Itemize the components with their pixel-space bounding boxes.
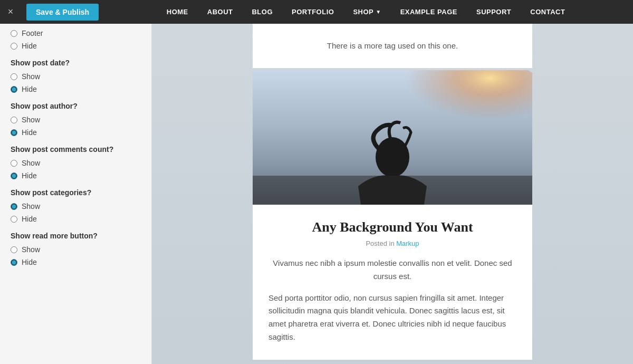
show-post-comments-section: Show post comments count? Show Hide [11, 145, 141, 180]
nav-support[interactable]: SUPPORT [467, 0, 521, 24]
post-author-show-label: Show [22, 116, 40, 124]
chevron-down-icon: ▼ [376, 9, 381, 15]
footer-label: Footer [22, 29, 43, 37]
read-more-show-option[interactable]: Show [11, 245, 141, 254]
footer-radio[interactable] [11, 30, 17, 37]
post-date-show-label: Show [22, 72, 40, 81]
more-tag-text: There is a more tag used on this one. [268, 40, 516, 52]
post-meta: Posted in Markup [268, 240, 516, 247]
nav-portfolio[interactable]: PORTFOLIO [282, 0, 343, 24]
post-date-show-radio[interactable] [11, 73, 17, 80]
nav-home[interactable]: HOME [157, 0, 198, 24]
top-bar: × Save & Publish HOME ABOUT BLOG PORTFOL… [0, 0, 633, 24]
main-area: Footer Hide Show post date? Show Hide Sh… [0, 24, 633, 364]
post-comments-show-label: Show [22, 159, 40, 167]
sidebar-section-top: Footer Hide [11, 29, 141, 50]
post-title: Any Background You Want [268, 219, 516, 235]
post-meta-category-link[interactable]: Markup [396, 240, 419, 247]
sidebar: Footer Hide Show post date? Show Hide Sh… [0, 24, 152, 364]
post-excerpt-2: Sed porta porttitor odio, non cursus sap… [268, 292, 516, 344]
read-more-show-label: Show [22, 245, 40, 254]
read-more-hide-option[interactable]: Hide [11, 258, 141, 266]
post-image [253, 70, 532, 205]
save-publish-button[interactable]: Save & Publish [26, 4, 99, 21]
post-categories-show-radio[interactable] [11, 203, 17, 210]
nav-about[interactable]: ABOUT [198, 0, 243, 24]
post-body: Any Background You Want Posted in Markup… [253, 205, 532, 360]
show-post-author-title: Show post author? [11, 102, 141, 110]
show-post-author-section: Show post author? Show Hide [11, 102, 141, 137]
post-comments-hide-radio[interactable] [11, 173, 17, 179]
show-post-date-title: Show post date? [11, 59, 141, 67]
post-meta-category: Markup [396, 240, 419, 247]
blog-wrapper: There is a more tag used on this one. [152, 24, 633, 364]
post-comments-hide-label: Hide [22, 171, 37, 180]
svg-rect-4 [253, 176, 532, 205]
nav-shop[interactable]: SHOP ▼ [343, 0, 390, 24]
post-card: Any Background You Want Posted in Markup… [253, 70, 532, 360]
post-date-hide-radio[interactable] [11, 86, 17, 93]
post-image-svg [253, 70, 532, 205]
post-author-hide-radio[interactable] [11, 129, 17, 136]
post-author-show-option[interactable]: Show [11, 116, 141, 124]
post-author-hide-option[interactable]: Hide [11, 128, 141, 137]
content-area: There is a more tag used on this one. [152, 24, 633, 364]
hide-label-top: Hide [22, 42, 37, 50]
close-button[interactable]: × [0, 0, 21, 24]
post-author-hide-label: Hide [22, 128, 37, 137]
nav-menu: HOME ABOUT BLOG PORTFOLIO SHOP ▼ EXAMPLE… [99, 0, 633, 24]
nav-contact[interactable]: CONTACT [521, 0, 574, 24]
show-post-date-section: Show post date? Show Hide [11, 59, 141, 93]
show-read-more-title: Show read more button? [11, 232, 141, 240]
nav-example-page[interactable]: EXAMPLE PAGE [391, 0, 467, 24]
post-meta-prefix: Posted in [366, 240, 394, 247]
read-more-hide-radio[interactable] [11, 259, 17, 266]
read-more-show-radio[interactable] [11, 246, 17, 253]
post-categories-hide-option[interactable]: Hide [11, 215, 141, 223]
post-date-show-option[interactable]: Show [11, 72, 141, 81]
hide-option-top[interactable]: Hide [11, 42, 141, 50]
post-comments-show-radio[interactable] [11, 160, 17, 167]
post-categories-show-label: Show [22, 202, 40, 210]
close-icon: × [8, 6, 14, 17]
hide-radio-top[interactable] [11, 43, 17, 50]
show-post-comments-title: Show post comments count? [11, 145, 141, 154]
post-comments-show-option[interactable]: Show [11, 159, 141, 167]
read-more-hide-label: Hide [22, 258, 37, 266]
show-post-categories-title: Show post categories? [11, 188, 141, 197]
post-categories-hide-radio[interactable] [11, 216, 17, 223]
show-read-more-section: Show read more button? Show Hide [11, 232, 141, 266]
nav-blog[interactable]: BLOG [242, 0, 282, 24]
post-categories-hide-label: Hide [22, 215, 37, 223]
post-comments-hide-option[interactable]: Hide [11, 171, 141, 180]
show-post-categories-section: Show post categories? Show Hide [11, 188, 141, 223]
post-date-hide-label: Hide [22, 85, 37, 93]
more-tag-post: There is a more tag used on this one. [253, 24, 532, 68]
post-date-hide-option[interactable]: Hide [11, 85, 141, 93]
footer-option[interactable]: Footer [11, 29, 141, 37]
post-author-show-radio[interactable] [11, 117, 17, 123]
post-excerpt-1: Vivamus nec nibh a ipsum molestie conval… [268, 257, 516, 283]
blog-panel: There is a more tag used on this one. [253, 24, 532, 362]
post-categories-show-option[interactable]: Show [11, 202, 141, 210]
